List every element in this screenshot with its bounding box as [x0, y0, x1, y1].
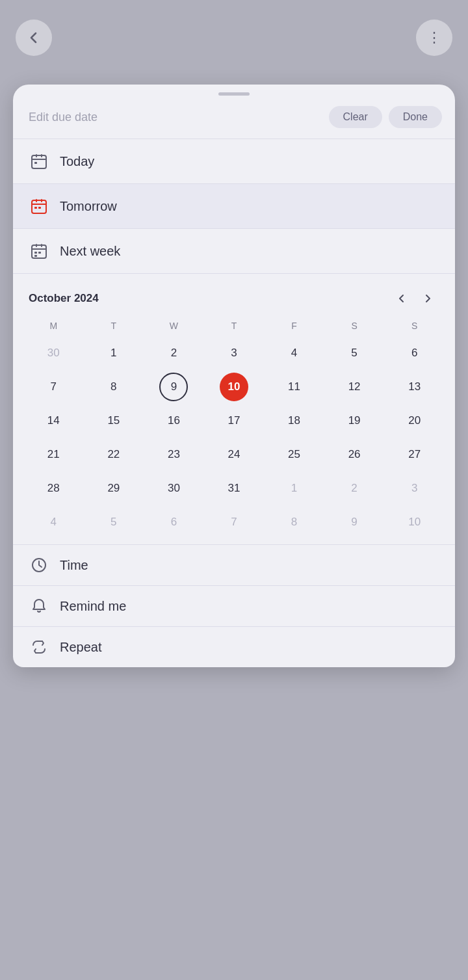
time-row[interactable]: Time: [13, 545, 455, 585]
calendar-day-cell[interactable]: 1: [84, 336, 144, 370]
svg-rect-13: [38, 252, 41, 254]
option-today[interactable]: Today: [13, 139, 455, 183]
calendar-day-cell[interactable]: 23: [144, 438, 204, 471]
calendar-day-cell[interactable]: 3: [204, 336, 265, 370]
calendar-day-cell[interactable]: 14: [23, 404, 84, 438]
calendar-day-cell[interactable]: 5: [324, 336, 385, 370]
clock-icon: [29, 557, 49, 574]
calendar-day-cell[interactable]: 30: [23, 336, 84, 370]
svg-rect-5: [36, 199, 37, 202]
calendar-day-cell[interactable]: 22: [84, 438, 144, 471]
calendar-day-header: S: [384, 318, 445, 336]
calendar-day-header: T: [84, 318, 144, 336]
today-icon: [29, 151, 49, 172]
remind-label: Remind me: [60, 599, 126, 614]
done-button[interactable]: Done: [389, 106, 442, 128]
calendar-day-cell[interactable]: 7: [23, 370, 84, 404]
next-week-label: Next week: [60, 244, 120, 259]
svg-rect-11: [41, 244, 42, 247]
calendar-day-cell[interactable]: 9: [144, 370, 204, 404]
calendar-day-header: M: [23, 318, 84, 336]
calendar-day-cell[interactable]: 19: [324, 404, 385, 438]
svg-rect-8: [38, 207, 41, 209]
calendar-grid: MTWTFSS 30123456789101112131415161718192…: [23, 318, 445, 539]
clear-button[interactable]: Clear: [329, 106, 382, 128]
calendar-day-cell[interactable]: 16: [144, 404, 204, 438]
calendar-nav: [390, 287, 439, 310]
repeat-icon: [29, 639, 49, 656]
calendar-day-cell[interactable]: 6: [144, 505, 204, 539]
calendar-header: October 2024: [23, 284, 445, 318]
calendar-day-cell[interactable]: 12: [324, 370, 385, 404]
calendar-day-cell[interactable]: 13: [384, 370, 445, 404]
svg-rect-6: [41, 199, 42, 202]
calendar-day-cell[interactable]: 7: [204, 505, 265, 539]
calendar-day-cell[interactable]: 4: [264, 336, 324, 370]
back-button[interactable]: [16, 20, 52, 56]
calendar-day-cell[interactable]: 4: [23, 505, 84, 539]
remind-row[interactable]: Remind me: [13, 586, 455, 626]
svg-rect-1: [36, 154, 37, 157]
svg-rect-10: [36, 244, 37, 247]
calendar-section: October 2024 MTWTFSS 3012345678910111213…: [13, 274, 455, 544]
option-tomorrow[interactable]: Tomorrow: [13, 184, 455, 228]
prev-month-button[interactable]: [390, 287, 413, 310]
calendar-day-cell[interactable]: 11: [264, 370, 324, 404]
calendar-day-cell[interactable]: 29: [84, 471, 144, 505]
header-buttons: Clear Done: [329, 106, 442, 128]
calendar-day-cell[interactable]: 24: [204, 438, 265, 471]
calendar-day-cell[interactable]: 8: [264, 505, 324, 539]
calendar-day-cell[interactable]: 30: [144, 471, 204, 505]
svg-rect-0: [32, 155, 46, 168]
next-week-icon: [29, 241, 49, 261]
bell-icon: [29, 598, 49, 615]
option-next-week[interactable]: Next week: [13, 229, 455, 273]
calendar-day-cell[interactable]: 17: [204, 404, 265, 438]
calendar-day-cell[interactable]: 1: [264, 471, 324, 505]
calendar-day-cell[interactable]: 27: [384, 438, 445, 471]
svg-rect-3: [34, 162, 37, 164]
next-month-button[interactable]: [416, 287, 439, 310]
calendar-day-cell[interactable]: 25: [264, 438, 324, 471]
tomorrow-icon: [29, 196, 49, 217]
calendar-month: October 2024: [29, 292, 99, 305]
calendar-day-cell[interactable]: 26: [324, 438, 385, 471]
calendar-day-cell[interactable]: 3: [384, 471, 445, 505]
calendar-day-cell[interactable]: 9: [324, 505, 385, 539]
calendar-day-cell[interactable]: 10: [384, 505, 445, 539]
calendar-day-cell[interactable]: 31: [204, 471, 265, 505]
svg-rect-2: [41, 154, 42, 157]
tomorrow-label: Tomorrow: [60, 199, 117, 214]
calendar-day-header: T: [204, 318, 265, 336]
sheet-header: Edit due date Clear Done: [13, 96, 455, 139]
calendar-day-cell[interactable]: 18: [264, 404, 324, 438]
calendar-day-cell[interactable]: 15: [84, 404, 144, 438]
calendar-day-cell[interactable]: 8: [84, 370, 144, 404]
calendar-day-header: F: [264, 318, 324, 336]
calendar-day-cell[interactable]: 2: [324, 471, 385, 505]
sheet-title: Edit due date: [29, 111, 98, 124]
calendar-day-cell[interactable]: 6: [384, 336, 445, 370]
svg-rect-14: [34, 255, 37, 257]
more-button[interactable]: ⋮: [416, 20, 452, 56]
time-label: Time: [60, 558, 88, 573]
calendar-day-cell[interactable]: 21: [23, 438, 84, 471]
date-picker-sheet: Edit due date Clear Done Today: [13, 85, 455, 667]
calendar-day-header: W: [144, 318, 204, 336]
repeat-row[interactable]: Repeat: [13, 627, 455, 667]
calendar-day-header: S: [324, 318, 385, 336]
svg-rect-7: [34, 207, 37, 209]
calendar-day-cell[interactable]: 28: [23, 471, 84, 505]
today-label: Today: [60, 154, 94, 169]
repeat-label: Repeat: [60, 640, 102, 655]
calendar-day-cell[interactable]: 5: [84, 505, 144, 539]
calendar-day-cell[interactable]: 2: [144, 336, 204, 370]
calendar-day-cell[interactable]: 20: [384, 404, 445, 438]
svg-rect-12: [34, 252, 37, 254]
calendar-day-cell[interactable]: 10: [204, 370, 265, 404]
